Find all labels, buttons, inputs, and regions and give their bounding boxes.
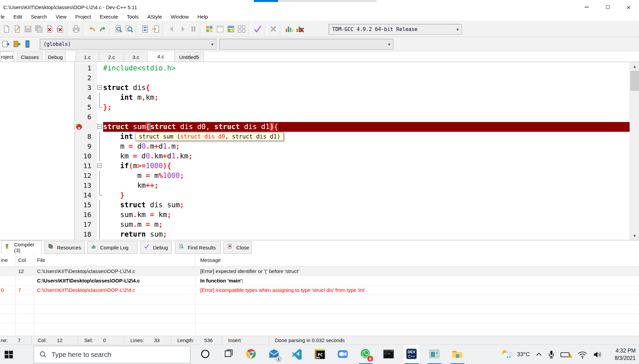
fold-margin[interactable] — [97, 161, 103, 171]
bottom-tab-compiler-3-[interactable]: Compiler (3) — [1, 241, 42, 254]
code-line-1[interactable]: 1#include<stdio.h> — [75, 63, 630, 73]
code-text[interactable]: struct dis sum; — [103, 200, 630, 210]
column-header-message[interactable]: Message — [195, 257, 639, 263]
forward-button[interactable] — [177, 23, 188, 35]
fold-margin[interactable] — [97, 210, 103, 220]
stop-button[interactable] — [188, 23, 199, 35]
microphone-icon[interactable] — [547, 349, 556, 360]
editor-vertical-scrollbar[interactable]: ▲ ▼ — [630, 62, 639, 240]
start-button[interactable] — [2, 349, 16, 360]
tb2a-button[interactable] — [1, 38, 11, 50]
taskbar-zoom-button[interactable] — [335, 345, 351, 364]
code-line-15[interactable]: 15 struct dis sum; — [75, 200, 630, 210]
code-text[interactable]: m = d0.m+d1.m; — [103, 142, 630, 151]
open-button[interactable] — [12, 23, 23, 35]
table-row[interactable]: C:\Users\KIIT\Desktop\classes\OOP-L\2\4.… — [0, 276, 639, 285]
taskbar-mail-button[interactable]: 1 — [266, 345, 282, 364]
code-line-16[interactable]: 16 sum.km = km; — [75, 210, 630, 220]
taskbar-explorer-button[interactable] — [449, 345, 465, 364]
panel-tab-roject[interactable]: roject — [0, 51, 14, 62]
maximize-button[interactable] — [597, 2, 618, 12]
taskbar-search[interactable] — [34, 346, 190, 363]
taskbar-vscode-button[interactable] — [289, 345, 305, 364]
fold-margin[interactable] — [97, 151, 103, 161]
code-text[interactable]: km++; — [103, 181, 630, 190]
code-text[interactable] — [103, 73, 630, 83]
fold-margin[interactable] — [97, 200, 103, 210]
taskbar-cortana-button[interactable] — [197, 345, 213, 364]
saveall-button[interactable] — [33, 23, 44, 35]
code-text[interactable]: struct sum(struct dis d0, struct dis d1)… — [103, 122, 630, 132]
menu-item-tools[interactable]: Tools — [122, 14, 143, 20]
search-input[interactable] — [52, 351, 180, 359]
menu-item-edit[interactable]: Edit — [9, 14, 27, 20]
menu-item-view[interactable]: View — [51, 14, 71, 20]
table-row[interactable]: 12C:\Users\KIIT\Desktop\classes\OOP-L\2\… — [0, 267, 639, 276]
goto-button[interactable] — [151, 23, 161, 35]
taskbar-chrome-button[interactable] — [243, 345, 259, 364]
empty-table-row[interactable] — [0, 314, 639, 323]
members-combobox[interactable]: ▾ — [219, 39, 393, 50]
taskbar-cmd-button[interactable]: C:\>_ — [381, 345, 397, 364]
profdel-button[interactable] — [295, 23, 305, 35]
code-text[interactable]: km = d0.km+d1.km; — [103, 151, 630, 161]
bottom-tab-resources[interactable]: Resources — [44, 241, 85, 254]
editor-tab-1.c[interactable]: 1.c — [75, 52, 99, 62]
battery-warning-icon[interactable] — [559, 349, 573, 360]
findfiles-button[interactable] — [124, 23, 135, 35]
profile-button[interactable] — [284, 23, 295, 35]
empty-table-row[interactable] — [0, 323, 639, 333]
table-row[interactable]: 07C:\Users\KIIT\Desktop\classes\OOP-L\2\… — [0, 285, 639, 295]
editor-tab-2.c[interactable]: 2.c — [100, 52, 123, 62]
fold-margin[interactable] — [97, 171, 103, 181]
abort-button[interactable] — [268, 23, 279, 35]
fold-collapse-icon[interactable] — [97, 124, 102, 129]
panel-tab-classes[interactable]: Classes — [17, 52, 43, 62]
code-line-4[interactable]: 4 int m,km; — [75, 93, 630, 102]
code-line-9[interactable]: 9 m = d0.m+d1.m; — [75, 142, 630, 151]
fold-margin[interactable] — [97, 132, 103, 142]
menu-item-le[interactable]: le — [0, 14, 9, 20]
tray-expand-chevron-icon[interactable] — [535, 350, 543, 359]
run-button[interactable] — [215, 23, 225, 35]
close-button[interactable] — [44, 23, 55, 35]
scroll-up-icon[interactable]: ▲ — [630, 62, 639, 71]
bottom-tab-compile-log[interactable]: Compile Log — [87, 241, 138, 254]
fold-margin[interactable] — [97, 220, 103, 230]
closeall-button[interactable] — [55, 23, 66, 35]
fold-margin[interactable] — [97, 63, 103, 73]
taskbar-pycharm-button[interactable]: PC — [312, 345, 328, 364]
bottom-tab-find-results[interactable]: Find Results — [175, 241, 221, 254]
code-text[interactable]: }; — [103, 102, 630, 112]
column-header-ine[interactable]: ine — [0, 257, 15, 263]
undo-button[interactable] — [87, 23, 97, 35]
column-header-col[interactable]: Col — [15, 257, 34, 263]
check-button[interactable] — [252, 23, 263, 35]
code-text[interactable]: m = m%1000; — [103, 171, 630, 181]
code-text[interactable]: } — [103, 190, 630, 200]
taskbar-clock[interactable]: 4:32 PM 8/3/2021 — [607, 347, 636, 362]
code-text[interactable]: struct dis{ — [103, 83, 630, 93]
fold-margin[interactable] — [97, 83, 103, 93]
editor-tab-3.c[interactable]: 3.c — [124, 52, 148, 62]
code-line-14[interactable]: 14 } — [75, 190, 630, 200]
code-text[interactable]: sum.km = km; — [103, 210, 630, 220]
fold-margin[interactable] — [97, 102, 103, 112]
bottom-tab-close[interactable]: Close — [223, 241, 252, 254]
code-text[interactable]: #include<stdio.h> — [103, 63, 630, 73]
empty-table-row[interactable] — [0, 304, 639, 314]
new-button[interactable] — [1, 23, 12, 35]
minimize-button[interactable] — [576, 2, 597, 12]
empty-table-row[interactable] — [0, 295, 639, 304]
fold-collapse-icon[interactable] — [97, 85, 102, 90]
menu-item-search[interactable]: Search — [27, 14, 52, 20]
wifi-icon[interactable] — [576, 350, 588, 360]
code-text[interactable]: if(m>=1000){ — [103, 161, 630, 171]
code-line-13[interactable]: 13 km++; — [75, 181, 630, 190]
fold-margin[interactable] — [97, 142, 103, 151]
code-line-2[interactable]: 2 — [75, 73, 630, 83]
code-line-7[interactable]: struct sum(struct dis d0, struct dis d1)… — [75, 122, 630, 132]
menu-item-project[interactable]: Project — [71, 14, 95, 20]
compilerun-button[interactable] — [225, 23, 236, 35]
editor-tab-untitled5[interactable]: Untitled5 — [174, 52, 204, 62]
